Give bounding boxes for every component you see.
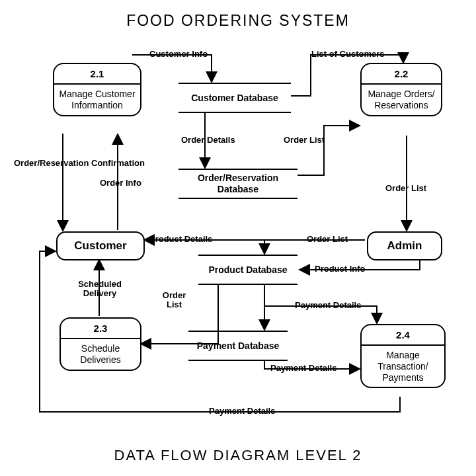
flow-label: Order/Reservation Confirmation — [13, 159, 145, 168]
process-label: Manage Customer Informantion — [54, 85, 140, 115]
process-2-4: 2.4 Manage Transaction/ Payments — [360, 324, 446, 388]
flow-label: Order List — [159, 291, 190, 310]
flow-label: Product Info — [314, 264, 366, 274]
process-label: Schedule Deliveries — [61, 339, 140, 370]
diagram-canvas: 2.1 Manage Customer Informantion 2.2 Man… — [0, 40, 476, 436]
process-2-3: 2.3 Schedule Deliveries — [60, 317, 141, 371]
flow-label: Payment Details — [208, 407, 276, 416]
entity-customer: Customer — [56, 231, 145, 260]
flow-label: Order List — [283, 136, 325, 145]
page-subtitle: DATA FLOW DIAGRAM LEVEL 2 — [0, 447, 476, 464]
page-title: FOOD ORDERING SYSTEM — [0, 0, 476, 36]
flow-label: List of Customers — [311, 50, 385, 59]
process-label: Manage Transaction/ Payments — [362, 346, 444, 387]
process-label: Manage Orders/ Reservations — [362, 85, 441, 115]
store-payment-db: Payment Database — [188, 331, 288, 361]
store-customer-db: Customer Database — [178, 83, 291, 113]
flow-label: Customer Info — [149, 50, 208, 59]
flow-label: Scheduled Delivery — [73, 280, 127, 299]
process-2-1: 2.1 Manage Customer Informantion — [53, 63, 141, 116]
flow-label: Payment Details — [294, 301, 362, 310]
process-number: 2.3 — [61, 319, 140, 339]
flow-label: Product Details — [149, 235, 213, 244]
flow-label: Order Details — [180, 136, 236, 145]
flow-label: Order List — [385, 184, 427, 193]
entity-admin: Admin — [367, 231, 442, 260]
process-number: 2.1 — [54, 64, 140, 85]
flow-label: Order List — [306, 235, 348, 244]
store-product-db: Product Database — [198, 255, 298, 285]
flow-label: Order Info — [99, 178, 142, 188]
process-number: 2.4 — [362, 325, 444, 346]
process-2-2: 2.2 Manage Orders/ Reservations — [360, 63, 442, 116]
flow-label: Payment Details — [270, 364, 337, 373]
process-number: 2.2 — [362, 64, 441, 85]
store-order-db: Order/Reservation Database — [178, 169, 298, 199]
